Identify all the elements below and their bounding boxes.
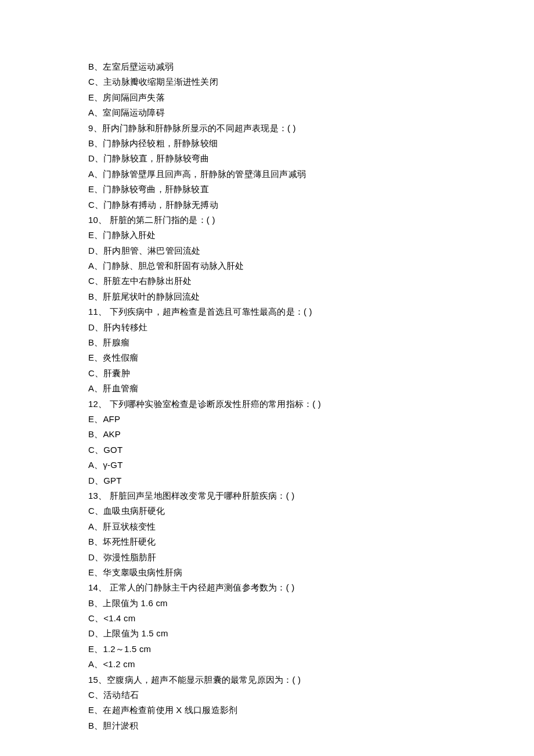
text-line: 12、 下列哪种实验室检查是诊断原发性肝癌的常用指标：( ) <box>88 397 534 412</box>
text-line: E、1.2～1.5 cm <box>88 642 534 657</box>
text-line: C、肝脏左中右静脉出肝处 <box>88 273 534 289</box>
text-line: D、肝内转移灶 <box>88 320 534 335</box>
text-line: 14、 正常人的门静脉主干内径超声测值参考数为：( ) <box>88 580 534 595</box>
text-line: D、弥漫性脂肪肝 <box>88 550 534 565</box>
text-line: A、肝血管瘤 <box>88 381 534 396</box>
text-line: E、门静脉较弯曲，肝静脉较直 <box>88 182 534 197</box>
text-line: E、房间隔回声失落 <box>88 90 534 105</box>
text-line: C、主动脉瓣收缩期呈渐进性关闭 <box>88 74 534 89</box>
text-line: C、肝囊肿 <box>88 366 534 381</box>
text-line: B、坏死性肝硬化 <box>88 534 534 549</box>
text-line: E、门静脉入肝处 <box>88 228 534 243</box>
text-line: A、门静脉、胆总管和肝固有动脉入肝处 <box>88 258 534 273</box>
text-line: A、<1.2 cm <box>88 657 534 672</box>
text-line: C、门静脉有搏动，肝静脉无搏动 <box>88 197 534 213</box>
text-line: E、炎性假瘤 <box>88 350 534 365</box>
text-line: 11、 下列疾病中，超声检查是首选且可靠性最高的是：( ) <box>88 304 534 319</box>
text-line: 9、肝内门静脉和肝静脉所显示的不同超声表现是：( ) <box>88 121 534 136</box>
text-line: C、活动结石 <box>88 687 534 703</box>
document-body: B、左室后壁运动减弱C、主动脉瓣收缩期呈渐进性关闭E、房间隔回声失落A、室间隔运… <box>88 59 534 733</box>
text-line: B、门静脉内径较粗，肝静脉较细 <box>88 136 534 151</box>
text-line: D、GPT <box>88 473 534 488</box>
text-line: B、胆汁淤积 <box>88 718 534 733</box>
text-line: D、门静脉较直，肝静脉较弯曲 <box>88 151 534 166</box>
text-line: E、在超声检查前使用 X 线口服造影剂 <box>88 703 534 718</box>
text-line: D、上限值为 1.5 cm <box>88 626 534 641</box>
text-line: A、肝豆状核变性 <box>88 519 534 534</box>
text-line: A、γ-GT <box>88 458 534 473</box>
text-line: C、<1.4 cm <box>88 611 534 626</box>
text-line: C、血吸虫病肝硬化 <box>88 503 534 519</box>
text-line: B、肝腺瘤 <box>88 335 534 350</box>
text-line: 15、空腹病人，超声不能显示胆囊的最常见原因为：( ) <box>88 672 534 687</box>
text-line: B、肝脏尾状叶的静脉回流处 <box>88 289 534 304</box>
text-line: E、华支睾吸虫病性肝病 <box>88 565 534 580</box>
text-line: A、门静脉管壁厚且回声高，肝静脉的管壁薄且回声减弱 <box>88 167 534 182</box>
text-line: A、室间隔运动障碍 <box>88 105 534 120</box>
text-line: B、左室后壁运动减弱 <box>88 59 534 74</box>
text-line: D、肝内胆管、淋巴管回流处 <box>88 243 534 258</box>
text-line: 13、 肝脏回声呈地图样改变常见于哪种肝脏疾病：( ) <box>88 488 534 503</box>
text-line: E、AFP <box>88 412 534 427</box>
text-line: C、GOT <box>88 442 534 458</box>
text-line: 10、 肝脏的第二肝门指的是：( ) <box>88 213 534 228</box>
text-line: B、上限值为 1.6 cm <box>88 596 534 611</box>
text-line: B、AKP <box>88 427 534 442</box>
